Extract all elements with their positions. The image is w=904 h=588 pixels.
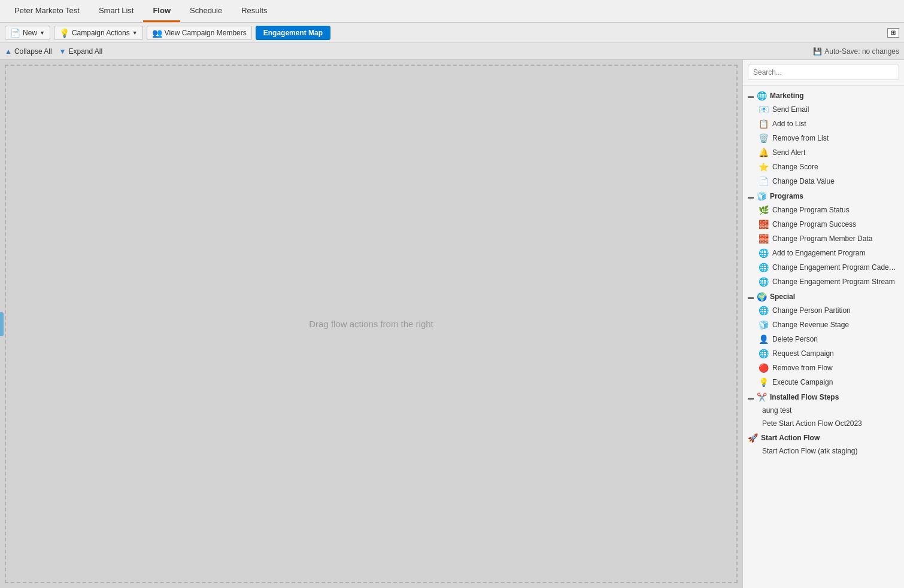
tab-peter-marketo-test[interactable]: Peter Marketo Test xyxy=(5,0,89,22)
group-special[interactable]: ▬ 🌍 Special xyxy=(743,289,904,303)
list-item-start-action-flow-atk[interactable]: Start Action Flow (atk staging) xyxy=(743,444,904,458)
send-email-label: Send Email xyxy=(772,105,809,114)
change-revenue-stage-icon: 🧊 xyxy=(759,320,769,330)
send-email-icon: 📧 xyxy=(759,105,769,114)
list-item-change-program-success[interactable]: 🧱 Change Program Success xyxy=(743,217,904,231)
campaign-actions-button[interactable]: 💡 Campaign Actions ▼ xyxy=(54,26,143,40)
search-box xyxy=(743,60,904,86)
canvas-area: Drag flow actions from the right xyxy=(0,60,742,588)
send-alert-label: Send Alert xyxy=(772,148,805,157)
change-revenue-stage-label: Change Revenue Stage xyxy=(772,321,849,329)
change-person-partition-icon: 🌐 xyxy=(759,306,769,315)
canvas-placeholder-text: Drag flow actions from the right xyxy=(309,319,433,329)
list-item-remove-from-flow[interactable]: 🔴 Remove from Flow xyxy=(743,361,904,375)
remove-from-list-label: Remove from List xyxy=(772,134,829,142)
add-to-engagement-program-label: Add to Engagement Program xyxy=(772,249,865,257)
remove-from-list-icon: 🗑️ xyxy=(759,133,769,143)
change-engagement-cadence-label: Change Engagement Program Cadence xyxy=(772,263,899,272)
change-program-success-icon: 🧱 xyxy=(759,220,769,229)
list-item-add-to-list[interactable]: 📋 Add to List xyxy=(743,117,904,131)
campaign-actions-dropdown-icon: ▼ xyxy=(132,30,138,36)
list-item-change-person-partition[interactable]: 🌐 Change Person Partition xyxy=(743,303,904,318)
change-program-status-icon: 🌿 xyxy=(759,205,769,215)
request-campaign-icon: 🌐 xyxy=(759,349,769,358)
group-start-action-flow[interactable]: 🚀 Start Action Flow xyxy=(743,430,904,444)
change-program-status-label: Change Program Status xyxy=(772,206,850,214)
list-item-send-email[interactable]: 📧 Send Email xyxy=(743,102,904,117)
expand-all-icon: ▼ xyxy=(59,47,66,56)
installed-flow-steps-label: Installed Flow Steps xyxy=(770,393,839,401)
list-item-aung-test[interactable]: aung test xyxy=(743,404,904,417)
request-campaign-label: Request Campaign xyxy=(772,349,834,358)
tab-flow[interactable]: Flow xyxy=(143,0,180,22)
search-input[interactable] xyxy=(748,65,899,80)
list-item-add-to-engagement-program[interactable]: 🌐 Add to Engagement Program xyxy=(743,246,904,260)
tab-smart-list[interactable]: Smart List xyxy=(89,0,144,22)
list-item-send-alert[interactable]: 🔔 Send Alert xyxy=(743,145,904,160)
expand-all-button[interactable]: ▼ Expand All xyxy=(59,47,103,56)
group-marketing[interactable]: ▬ 🌐 Marketing xyxy=(743,88,904,102)
special-collapse-icon: ▬ xyxy=(748,294,754,300)
toolbar-right: ⊞ xyxy=(887,28,899,38)
change-score-icon: ⭐ xyxy=(759,162,769,172)
programs-collapse-icon: ▬ xyxy=(748,193,754,200)
pete-start-action-flow-label: Pete Start Action Flow Oct2023 xyxy=(762,419,862,428)
view-campaign-members-button[interactable]: 👥 View Campaign Members xyxy=(147,26,252,40)
marketing-group-label: Marketing xyxy=(770,92,804,100)
view-campaign-members-icon: 👥 xyxy=(152,28,162,38)
toolbar: 📄 New ▼ 💡 Campaign Actions ▼ 👥 View Camp… xyxy=(0,23,904,43)
list-item-pete-start-action-flow[interactable]: Pete Start Action Flow Oct2023 xyxy=(743,417,904,430)
window-resize-icon[interactable]: ⊞ xyxy=(887,28,899,38)
aung-test-label: aung test xyxy=(762,406,791,415)
list-item-change-program-status[interactable]: 🌿 Change Program Status xyxy=(743,203,904,217)
list-item-change-engagement-program-stream[interactable]: 🌐 Change Engagement Program Stream xyxy=(743,275,904,289)
tab-bar: Peter Marketo Test Smart List Flow Sched… xyxy=(0,0,904,23)
programs-group-icon: 🧊 xyxy=(757,191,767,201)
group-programs[interactable]: ▬ 🧊 Programs xyxy=(743,188,904,203)
tab-results[interactable]: Results xyxy=(232,0,277,22)
canvas-drop-zone[interactable]: Drag flow actions from the right xyxy=(5,65,738,583)
change-engagement-stream-icon: 🌐 xyxy=(759,277,769,287)
list-item-change-engagement-program-cadence[interactable]: 🌐 Change Engagement Program Cadence xyxy=(743,260,904,275)
marketing-collapse-icon: ▬ xyxy=(748,93,754,99)
new-dropdown-icon: ▼ xyxy=(40,30,45,36)
start-action-flow-atk-label: Start Action Flow (atk staging) xyxy=(762,447,857,455)
new-icon: 📄 xyxy=(10,28,20,38)
tab-schedule[interactable]: Schedule xyxy=(180,0,232,22)
campaign-actions-icon: 💡 xyxy=(59,28,69,38)
main-layout: Drag flow actions from the right ▬ 🌐 Mar… xyxy=(0,60,904,588)
list-item-execute-campaign[interactable]: 💡 Execute Campaign xyxy=(743,375,904,389)
collapse-all-icon: ▲ xyxy=(5,47,12,56)
execute-campaign-icon: 💡 xyxy=(759,377,769,387)
engagement-map-button[interactable]: Engagement Map xyxy=(256,26,330,40)
start-action-flow-icon: 🚀 xyxy=(748,433,758,443)
remove-from-flow-label: Remove from Flow xyxy=(772,364,833,372)
list-item-change-data-value[interactable]: 📄 Change Data Value xyxy=(743,174,904,188)
change-data-value-label: Change Data Value xyxy=(772,177,835,185)
list-item-request-campaign[interactable]: 🌐 Request Campaign xyxy=(743,346,904,361)
change-engagement-stream-label: Change Engagement Program Stream xyxy=(772,278,895,286)
list-item-delete-person[interactable]: 👤 Delete Person xyxy=(743,332,904,346)
canvas-left-tab xyxy=(0,312,4,336)
right-panel: ▬ 🌐 Marketing 📧 Send Email 📋 Add to List… xyxy=(742,60,904,588)
installed-flow-steps-collapse-icon: ▬ xyxy=(748,394,754,401)
group-installed-flow-steps[interactable]: ▬ ✂️ Installed Flow Steps xyxy=(743,389,904,404)
list-item-change-program-member-data[interactable]: 🧱 Change Program Member Data xyxy=(743,231,904,246)
add-to-list-label: Add to List xyxy=(772,120,806,128)
list-item-change-revenue-stage[interactable]: 🧊 Change Revenue Stage xyxy=(743,318,904,332)
change-engagement-cadence-icon: 🌐 xyxy=(759,263,769,272)
list-item-remove-from-list[interactable]: 🗑️ Remove from List xyxy=(743,131,904,145)
installed-flow-steps-icon: ✂️ xyxy=(757,392,767,402)
special-group-icon: 🌍 xyxy=(757,292,767,301)
change-program-member-data-icon: 🧱 xyxy=(759,234,769,243)
list-item-change-score[interactable]: ⭐ Change Score xyxy=(743,160,904,174)
new-button[interactable]: 📄 New ▼ xyxy=(5,26,50,40)
change-program-member-data-label: Change Program Member Data xyxy=(772,234,872,243)
start-action-flow-label: Start Action Flow xyxy=(761,434,820,442)
change-program-success-label: Change Program Success xyxy=(772,220,856,229)
add-to-engagement-program-icon: 🌐 xyxy=(759,248,769,258)
programs-group-label: Programs xyxy=(770,192,803,200)
change-person-partition-label: Change Person Partition xyxy=(772,306,851,315)
collapse-all-button[interactable]: ▲ Collapse All xyxy=(5,47,52,56)
execute-campaign-label: Execute Campaign xyxy=(772,378,833,386)
